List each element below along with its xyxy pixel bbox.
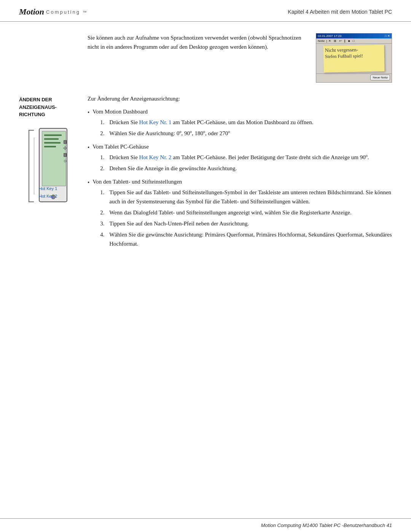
main-bullet-list: • Vom Motion Dashboard 1. Drücken Sie Ho…	[88, 107, 392, 250]
sticky-toolbar-text: Notiz	[318, 39, 325, 43]
bullet-dot-3: •	[88, 178, 89, 250]
list-item-1-1: 1. Drücken Sie Hot Key Nr. 1 am Tablet P…	[100, 118, 392, 127]
side-btn-2	[64, 153, 67, 157]
right-column: Zur Änderung der Anzeigenausrichtung: • …	[88, 94, 392, 252]
sticky-toolbar: Notiz | ✕ ⊞ ↩ ∥ ■ □	[316, 38, 392, 44]
main-content: Sie können auch zur Aufnahme von Sprachn…	[0, 22, 411, 275]
sticky-note-window: 02.01.2007 17:23 □ ✕ Notiz | ✕ ⊞ ↩ ∥ ■ □…	[316, 33, 392, 83]
num-1-1: 1.	[100, 118, 106, 127]
sticky-toolbar-icons: ✕ ⊞ ↩ ∥ ■ □	[328, 39, 354, 43]
sticky-toolbar-divider: |	[326, 39, 327, 43]
tablet-screen	[42, 131, 66, 186]
num-3-1: 1.	[100, 188, 106, 206]
bullet-text-2: Vom Tablet PC-Gehäuse	[92, 144, 149, 150]
logo-area: Motion Computing ™	[19, 7, 88, 17]
screen-line-4	[44, 146, 56, 147]
screen-line-3	[44, 142, 61, 144]
bracket-inner	[34, 137, 38, 195]
two-col-section: Ändern der Anzeigenaus- richtung	[19, 94, 392, 252]
hot-key-2-label: Hot Key 2	[39, 194, 57, 198]
num-content-2-1: Drücken Sie Hot Key Nr. 2 am Tablet PC-G…	[109, 153, 392, 162]
num-1-2: 2.	[100, 129, 106, 138]
page-footer: Motion Computing M1400 Tablet PC -Benutz…	[0, 518, 411, 532]
side-btn-1	[64, 140, 67, 144]
left-column: Ändern der Anzeigenaus- richtung	[19, 94, 88, 252]
num-content-3-4: Wählen Sie die gewünschte Ausrichtung: P…	[109, 230, 392, 248]
bullet-text-3: Von den Tablett- und Stifteinstellungen	[92, 179, 182, 185]
hot-key-nr1-link[interactable]: Hot Key Nr. 1	[139, 119, 172, 125]
bullet-item-1: • Vom Motion Dashboard 1. Drücken Sie Ho…	[88, 107, 392, 140]
heading-line1: Ändern der	[19, 96, 88, 104]
logo-computing: Computing ™	[45, 9, 88, 15]
hot-key-nr2-link[interactable]: Hot Key Nr. 2	[139, 154, 172, 160]
tablet-side-buttons: ✛ ⊙	[63, 140, 67, 163]
tablet-diagram: ✛ ⊙ Hot Key 1 Hot Key 2	[27, 126, 84, 217]
bracket-left	[29, 130, 34, 202]
sticky-title-controls: □ ✕	[385, 34, 390, 38]
bullet-item-2: • Vom Tablet PC-Gehäuse 1. Drücken Sie H…	[88, 142, 392, 175]
bullet-dot-2: •	[88, 143, 89, 175]
num-2-1: 1.	[100, 153, 106, 162]
num-3-3: 3.	[100, 219, 106, 228]
list-item-3-3: 3. Tippen Sie auf den Nach-Unten-Pfeil n…	[100, 219, 392, 228]
intro-section: Sie können auch zur Aufnahme von Sprachn…	[88, 33, 392, 83]
page-header: Motion Computing ™ Kapitel 4 Arbeiten mi…	[0, 0, 411, 22]
list-item-3-1: 1. Tippen Sie auf das Tablett- und Stift…	[100, 188, 392, 206]
num-content-3-2: Wenn das Dialogfeld Tablet- und Stiftein…	[109, 208, 392, 217]
bullet-content-3: Von den Tablett- und Stifteinstellungen …	[92, 177, 392, 250]
sticky-note-body: Nicht vergessen- Stefen Fußball spiel!	[323, 45, 384, 73]
numbered-list-2: 1. Drücken Sie Hot Key Nr. 2 am Tablet P…	[100, 153, 392, 173]
hot-key-1-label: Hot Key 1	[39, 186, 57, 191]
screen-line-1	[44, 134, 62, 136]
screen-line-2	[44, 138, 59, 140]
list-item-3-2: 2. Wenn das Dialogfeld Tablet- und Stift…	[100, 208, 392, 217]
sticky-footer: Neue Notiz	[316, 73, 392, 81]
sticky-note-screenshot: 02.01.2007 17:23 □ ✕ Notiz | ✕ ⊞ ↩ ∥ ■ □…	[316, 33, 392, 83]
num-content-1-1: Drücken Sie Hot Key Nr. 1 am Tablet PC-G…	[109, 118, 392, 127]
sticky-title-text: 02.01.2007 17:23	[318, 34, 341, 38]
sticky-line2: Stefen Fußball spiel!	[325, 53, 383, 60]
num-2-2: 2.	[100, 164, 106, 173]
header-chapter-title: Kapitel 4 Arbeiten mit dem Motion Tablet…	[288, 9, 392, 15]
logo-motion: Motion	[19, 7, 44, 17]
numbered-list-1: 1. Drücken Sie Hot Key Nr. 1 am Tablet P…	[100, 118, 392, 138]
bullet-text-1: Vom Motion Dashboard	[92, 109, 148, 115]
footer-text: Motion Computing M1400 Tablet PC -Benutz…	[261, 522, 392, 528]
num-3-4: 4.	[100, 230, 106, 248]
screen-content	[42, 131, 65, 153]
num-content-2-2: Drehen Sie die Anzeige in die gewünschte…	[109, 164, 392, 173]
heading-line3: richtung	[19, 111, 88, 118]
side-btn-3: ⊙	[64, 159, 67, 163]
hot-key-labels: Hot Key 1 Hot Key 2	[39, 186, 57, 198]
list-item-1-2: 2. Wählen Sie die Ausrichtung: 0o, 90o, …	[100, 129, 392, 138]
heading-line2: Anzeigenaus-	[19, 104, 88, 111]
section-heading: Ändern der Anzeigenaus- richtung	[19, 96, 88, 118]
num-content-3-1: Tippen Sie auf das Tablett- und Stiftein…	[109, 188, 392, 206]
sticky-new-note-btn[interactable]: Neue Notiz	[370, 75, 390, 80]
side-btn-cross: ✛	[63, 146, 67, 151]
numbered-list-3: 1. Tippen Sie auf das Tablett- und Stift…	[100, 188, 392, 248]
section-title: Zur Änderung der Anzeigenausrichtung:	[88, 94, 392, 103]
bullet-dot-1: •	[88, 108, 89, 140]
intro-paragraph: Sie können auch zur Aufnahme von Sprachn…	[88, 33, 304, 51]
bullet-item-3: • Von den Tablett- und Stifteinstellunge…	[88, 177, 392, 250]
list-item-2-1: 1. Drücken Sie Hot Key Nr. 2 am Tablet P…	[100, 153, 392, 162]
num-3-2: 2.	[100, 208, 106, 217]
list-item-2-2: 2. Drehen Sie die Anzeige in die gewünsc…	[100, 164, 392, 173]
bullet-content-1: Vom Motion Dashboard 1. Drücken Sie Hot …	[92, 107, 392, 140]
num-content-1-2: Wählen Sie die Ausrichtung: 0o, 90o, 180…	[109, 129, 392, 138]
sticky-titlebar: 02.01.2007 17:23 □ ✕	[316, 34, 392, 38]
num-content-3-3: Tippen Sie auf den Nach-Unten-Pfeil nebe…	[109, 219, 392, 228]
intro-text: Sie können auch zur Aufnahme von Sprachn…	[88, 33, 304, 83]
bullet-content-2: Vom Tablet PC-Gehäuse 1. Drücken Sie Hot…	[92, 142, 392, 175]
list-item-3-4: 4. Wählen Sie die gewünschte Ausrichtung…	[100, 230, 392, 248]
